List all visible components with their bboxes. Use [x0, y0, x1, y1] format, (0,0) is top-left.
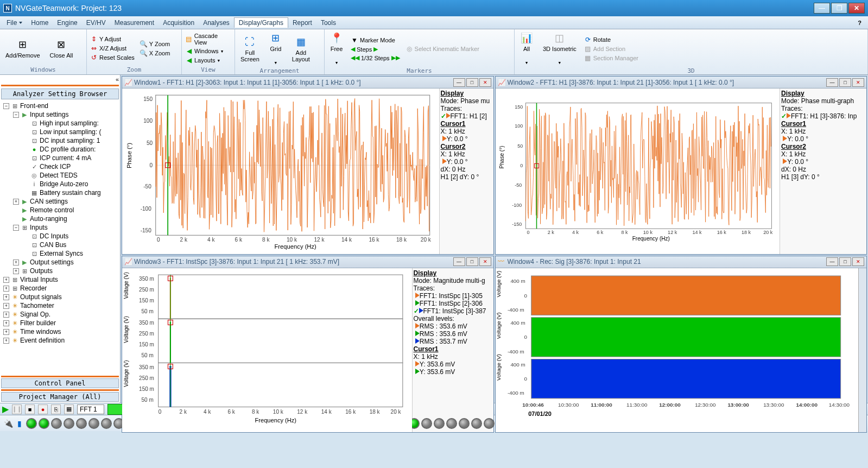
menu-tools[interactable]: Tools — [316, 18, 340, 28]
svg-text:10:00:46: 10:00:46 — [522, 402, 544, 408]
control-panel-button[interactable]: Control Panel — [1, 378, 119, 388]
free-marker-button[interactable]: 📍Free▾ — [327, 30, 346, 67]
steps-button[interactable]: ◀ Steps ▶ — [350, 45, 401, 53]
tree-node[interactable]: +✳Output signals — [1, 293, 119, 301]
window2-close[interactable]: ✕ — [852, 78, 864, 87]
menu-analyses[interactable]: Analyses — [199, 18, 234, 28]
svg-rect-84 — [531, 276, 840, 315]
window2-maximize[interactable]: □ — [839, 78, 851, 87]
tree-node[interactable]: +⊞Recorder — [1, 284, 119, 293]
tree-node[interactable]: −⊞Inputs — [1, 223, 119, 232]
svg-text:0: 0 — [149, 162, 153, 168]
add-layout-button[interactable]: ▦Add Layout — [289, 34, 313, 64]
tree-node[interactable]: ⊡DC input sampling: 1 — [1, 136, 119, 145]
pause-button[interactable]: ❙❙ — [12, 404, 22, 414]
analyzer-combo[interactable]: FFT 1 — [77, 404, 104, 414]
close-button[interactable]: ✕ — [848, 3, 865, 14]
window1-close[interactable]: ✕ — [479, 78, 491, 87]
tree-node[interactable]: ●DC profile duration: — [1, 145, 119, 154]
tree-node[interactable]: −⊞Front-end — [1, 102, 119, 110]
y-zoom-button[interactable]: 🔍Y Zoom — [139, 40, 172, 48]
svg-text:50: 50 — [517, 143, 523, 149]
tree-node[interactable]: +⊞Outputs — [1, 267, 119, 275]
tree-node[interactable]: ⊡ICP current: 4 mA — [1, 154, 119, 162]
reset-scales-button[interactable]: ↺Reset Scales — [89, 53, 136, 62]
tree-node[interactable]: +▶Output settings — [1, 258, 119, 267]
svg-text:16 k: 16 k — [717, 230, 726, 235]
window1-plot[interactable]: Phase (°) Frequency (Hz) 15010050 0-50-1… — [122, 88, 439, 254]
window4-plot[interactable]: 400 m0-400 m 400 m0-400 m 400 m0-400 m 1… — [496, 268, 859, 432]
graph-window-3: 📈 Window3 - FFT1: InstSpc [3]-3876: Inpu… — [122, 256, 494, 433]
steps-32-button[interactable]: ◀◀ 1/32 Steps ▶▶ — [350, 54, 401, 62]
rotate-button[interactable]: ⟳Rotate — [583, 35, 639, 44]
full-screen-button[interactable]: ⛶Full Screen — [237, 34, 263, 64]
sidebar-collapse-button[interactable]: « — [0, 75, 120, 84]
marker-mode-button[interactable]: ▼Marker Mode — [350, 36, 401, 45]
minimize-button[interactable]: — — [814, 3, 830, 14]
tree-node[interactable]: ⊡CAN Bus — [1, 241, 119, 249]
tree-node[interactable]: ⊡DC Inputs — [1, 232, 119, 241]
tree-node[interactable]: ✓Check ICP — [1, 162, 119, 171]
tree-node[interactable]: ▶Auto-ranging — [1, 214, 119, 223]
project-manager-button[interactable]: Project Manager (All) — [1, 392, 119, 402]
stop-button[interactable]: ■ — [25, 404, 35, 414]
tree-node[interactable]: +✳Time windows — [1, 327, 119, 336]
menu-home[interactable]: Home — [27, 18, 53, 28]
maximize-button[interactable]: ❐ — [831, 3, 847, 14]
tree-node[interactable]: ▶Remote control — [1, 206, 119, 214]
sb-btn-5[interactable]: ▦ — [64, 404, 74, 414]
tree-node[interactable]: +✳Event definition — [1, 336, 119, 345]
window1-maximize[interactable]: □ — [466, 78, 478, 87]
close-all-button[interactable]: ⊠Close All — [47, 37, 77, 60]
tree-node[interactable]: ⊡High input sampling: — [1, 119, 119, 128]
window2-plot[interactable]: Phase (°) Frequency (Hz) 15010050 0-50-1… — [496, 88, 780, 254]
menu-evhv[interactable]: EV/HV — [82, 18, 110, 28]
tree-node[interactable]: +⊞Virtual Inputs — [1, 275, 119, 284]
tree-node[interactable]: +✳Tachometer — [1, 301, 119, 310]
window3-close[interactable]: ✕ — [479, 257, 491, 266]
play-button[interactable]: ▶ — [2, 404, 9, 414]
tree-node[interactable]: iBridge Auto-zero — [1, 180, 119, 188]
cascade-view-button[interactable]: ▤Cascade View — [184, 32, 232, 46]
tree-node[interactable]: +▶CAN settings — [1, 197, 119, 206]
menu-file[interactable]: File — [2, 18, 27, 28]
svg-text:-50: -50 — [515, 182, 522, 188]
tree-node[interactable]: ⊡External Syncs — [1, 249, 119, 258]
window4-maximize[interactable]: □ — [839, 257, 851, 266]
window4-close[interactable]: ✕ — [852, 257, 864, 266]
layouts-dropdown-button[interactable]: ◀Layouts ▾ — [184, 56, 232, 65]
x-zoom-button[interactable]: 🔍X Zoom — [139, 49, 172, 58]
record-button[interactable]: ● — [38, 404, 48, 414]
y-adjust-button[interactable]: ⇕Y Adjust — [89, 35, 136, 43]
settings-tree[interactable]: −⊞Front-end−▶Input settings⊡High input s… — [0, 100, 120, 375]
tree-node[interactable]: ▦Battery sustain charg — [1, 188, 119, 197]
svg-rect-47 — [159, 275, 403, 319]
add-section-button: ▨Add Section — [583, 45, 639, 53]
tree-node[interactable]: +✳Signal Op. — [1, 310, 119, 319]
window3-maximize[interactable]: □ — [466, 257, 478, 266]
tree-node[interactable]: ⊡Low input sampling: ( — [1, 128, 119, 136]
window3-plot[interactable]: 350 m250 m150 m50 m 350 m250 m150 m50 m … — [122, 268, 412, 432]
grid-button[interactable]: ⊞Grid▾ — [266, 30, 286, 67]
sb-btn-4[interactable]: ⎘ — [51, 404, 61, 414]
svg-text:07/01/20: 07/01/20 — [528, 410, 552, 417]
menu-acquisition[interactable]: Acquisition — [159, 18, 199, 28]
menu-engine[interactable]: Engine — [53, 18, 81, 28]
ribbon-group-windows: Windows — [2, 66, 84, 73]
tree-node[interactable]: ◎Detect TEDS — [1, 171, 119, 180]
window3-minimize[interactable]: — — [453, 257, 465, 266]
window4-scrollbar[interactable] — [858, 268, 866, 432]
menu-report[interactable]: Report — [288, 18, 316, 28]
menu-measurement[interactable]: Measurement — [110, 18, 159, 28]
window2-minimize[interactable]: — — [826, 78, 838, 87]
xz-adjust-button[interactable]: ⇔X/Z Adjust — [89, 44, 136, 53]
tree-node[interactable]: −▶Input settings — [1, 110, 119, 119]
menu-display-graphs[interactable]: Display/Graphs — [234, 17, 288, 28]
add-remove-windows-button[interactable]: ⊞Add/Remove — [2, 37, 43, 60]
svg-text:14:30:00: 14:30:00 — [828, 402, 850, 408]
tree-node[interactable]: +✳Filter builder — [1, 319, 119, 327]
help-icon[interactable]: ? — [853, 18, 866, 27]
window4-minimize[interactable]: — — [826, 257, 838, 266]
window1-minimize[interactable]: — — [453, 78, 465, 87]
windows-dropdown-button[interactable]: ◀Windows ▾ — [184, 47, 232, 55]
